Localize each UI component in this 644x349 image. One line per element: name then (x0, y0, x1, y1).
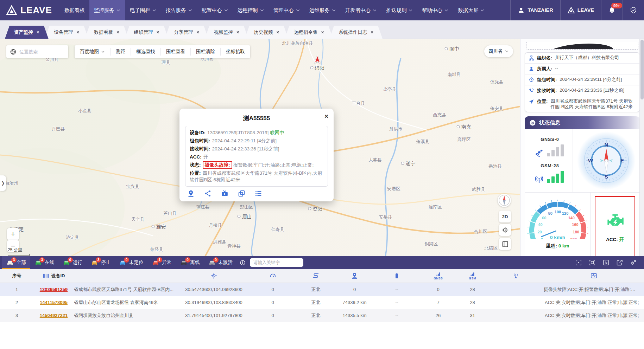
nav-item-监控服务[interactable]: 监控服务 (89, 0, 125, 20)
map-tool-坐标拾取[interactable]: 坐标拾取 (220, 48, 250, 56)
filter-运行[interactable]: 0运行 (58, 256, 87, 269)
nav-item-电子围栏[interactable]: 电子围栏 (125, 0, 161, 20)
compass-button[interactable] (498, 194, 511, 207)
filter-未定位[interactable]: 0未定位 (115, 256, 148, 269)
scrollbar-thumb[interactable] (640, 40, 644, 99)
fit-screen-icon[interactable] (589, 259, 596, 266)
copy-icon[interactable] (238, 190, 245, 197)
tab-系统操作日志[interactable]: 系统操作日志× (329, 26, 383, 39)
nav-item-管理中心[interactable]: 管理中心 (269, 0, 305, 20)
tab-close-icon[interactable]: × (157, 30, 159, 35)
main-menu: 数据看板监控服务电子围栏报告服务配置中心远程控制管理中心运维服务开发者中心推送规… (60, 0, 490, 20)
user-menu[interactable]: TANZAIER (510, 0, 560, 20)
table-row[interactable]: 314504927221省阿坝藏族羌族自治州金川县31.79145400,101… (0, 309, 644, 322)
tab-close-icon[interactable]: × (371, 30, 373, 35)
cell-direction: 正北 (297, 312, 334, 319)
tab-视频监控[interactable]: 视频监控× (205, 26, 248, 39)
locate-icon[interactable] (187, 190, 195, 197)
brand-menu[interactable]: LEAVE (560, 0, 601, 20)
minimize-panel-icon[interactable] (602, 259, 610, 266)
table-row[interactable]: 214411578095省眉山市彭山区青龙场枢纽 袁家湾南49米30.31946… (0, 296, 644, 309)
antenna-icon (535, 175, 544, 184)
antenna-column-icon (512, 272, 519, 279)
count-badge: 3 (96, 257, 101, 263)
nav-item-报告服务[interactable]: 报告服务 (161, 0, 197, 20)
location-search-input[interactable] (19, 49, 62, 54)
tab-close-icon[interactable]: × (116, 30, 119, 35)
map-place-label: 遂宁 (401, 161, 416, 167)
cell-status: 摄像头故障;ACC:开;报警数据;车门:开;油路:正常 (544, 286, 644, 293)
cell-coords: 30.31946900,103.83603400 (179, 300, 248, 305)
filter-在线[interactable]: 3在线 (30, 256, 58, 269)
filter-全部[interactable]: 3全部 (2, 256, 30, 269)
share-icon[interactable] (204, 190, 211, 197)
tab-历史视频[interactable]: 历史视频× (245, 26, 289, 39)
fullscreen-icon[interactable] (575, 259, 582, 266)
cell-status: ACC:关;实时数据;车门:开;油路:正常;电源:正常; (544, 312, 644, 319)
nav-item-帮助中心[interactable]: 帮助中心 (417, 0, 453, 20)
vehicle-photo[interactable] (526, 42, 638, 50)
scrollbar[interactable] (639, 39, 644, 256)
filter-未激活[interactable]: 0未激活 (204, 256, 237, 269)
tab-close-icon[interactable]: × (196, 30, 199, 35)
vehicle-status-icon: 0 (119, 259, 126, 266)
map-tool-围栏清除[interactable]: 围栏清除 (190, 48, 220, 56)
gnss-label: GNSS-0 (527, 137, 573, 142)
table-row[interactable]: 113036591259省成都市武侯区天华路371号 天府软件园-B区内...3… (0, 283, 644, 296)
map-location-search[interactable] (6, 45, 68, 58)
tab-数据看板[interactable]: 数据看板× (85, 26, 128, 39)
nav-item-运维服务[interactable]: 运维服务 (305, 0, 341, 20)
list-icon[interactable] (255, 190, 262, 197)
tab-远程指令集[interactable]: 远程指令集× (285, 26, 333, 39)
export-icon[interactable] (616, 259, 623, 266)
tab-close-icon[interactable]: × (277, 30, 279, 35)
device-id-link[interactable]: 14504927221 (40, 313, 68, 318)
nav-item-开发者中心[interactable]: 开发者中心 (341, 0, 382, 20)
map-place-label: 宝兴县 (126, 183, 139, 189)
nav-item-数据看板[interactable]: 数据看板 (60, 0, 89, 20)
map-tool-围栏查看[interactable]: 围栏查看 (160, 48, 190, 56)
filter-info-button[interactable] (240, 256, 246, 269)
close-icon[interactable]: × (324, 112, 328, 120)
filter-离线[interactable]: 0离线 (176, 256, 204, 269)
view-2d-button[interactable]: 2D (499, 211, 511, 222)
chevron-down-icon (296, 8, 300, 13)
feedback-button[interactable] (623, 0, 644, 20)
vehicle-marker[interactable] (314, 55, 321, 64)
tab-分享管理[interactable]: 分享管理× (165, 26, 208, 39)
tab-close-icon[interactable]: × (236, 30, 239, 35)
tab-close-icon[interactable]: × (77, 30, 80, 35)
nav-item-配置中心[interactable]: 配置中心 (197, 0, 233, 20)
tab-设备管理[interactable]: 设备管理× (45, 26, 89, 39)
province-selector[interactable]: 四川省 (484, 45, 513, 57)
app-logo: LEAVE (0, 0, 60, 20)
status-section-header: 状态信息 (525, 116, 640, 129)
map-tool-百度地图[interactable]: 百度地图 (75, 48, 110, 56)
video-icon[interactable] (221, 190, 228, 197)
cell-gsm: 28 (457, 300, 487, 305)
zoom-in-button[interactable]: + (7, 228, 19, 240)
tab-组织管理[interactable]: 组织管理× (125, 26, 169, 39)
locate-me-button[interactable] (499, 224, 511, 236)
keyword-search-input[interactable] (250, 258, 303, 267)
filter-异常[interactable]: 1异常 (148, 256, 176, 269)
device-table-header: 序号设备IDGNSSGSM (0, 269, 644, 283)
roadbook-button[interactable] (499, 238, 511, 250)
filter-停止[interactable]: 3停止 (87, 256, 115, 269)
tab-close-icon[interactable]: × (321, 30, 324, 35)
map-tool-测距[interactable]: 测距 (110, 48, 131, 56)
nav-item-远程控制[interactable]: 远程控制 (233, 0, 269, 20)
settings-icon[interactable] (630, 259, 637, 266)
tab-close-icon[interactable]: × (37, 30, 39, 35)
nav-item-数据大屏[interactable]: 数据大屏 (453, 0, 489, 20)
sidebar-collapse-handle[interactable]: ❯ (0, 175, 6, 191)
cell-mileage: 74339.2 km (334, 300, 375, 305)
notifications-button[interactable]: 99+ (601, 0, 623, 20)
device-id-link[interactable]: 14411578095 (40, 300, 68, 305)
map-tool-框选查找[interactable]: 框选查找 (131, 48, 160, 56)
tab-资产监控[interactable]: 资产监控× (5, 26, 49, 39)
map-canvas[interactable]: 金川县理县汶川县北川羌族自治县绵阳阆中南部县仪陇县盐亭县三台县蓬安县西充县南充射… (0, 39, 520, 256)
svg-text:80: 80 (548, 211, 552, 215)
nav-item-推送规则[interactable]: 推送规则 (381, 0, 417, 20)
device-id-link[interactable]: 13036591259 (40, 287, 68, 292)
